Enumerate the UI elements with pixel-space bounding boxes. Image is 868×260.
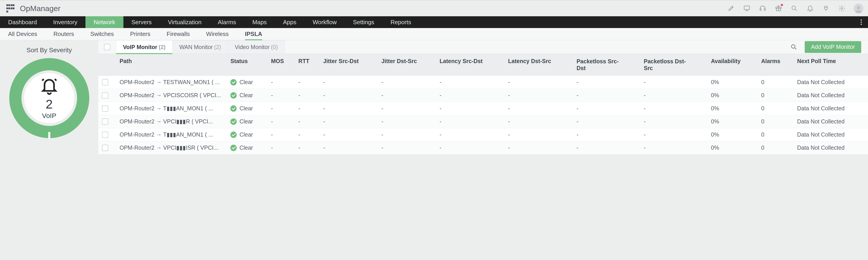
tab-wan-monitor[interactable]: WAN Monitor (2) — [172, 40, 228, 54]
status-clear-icon — [230, 118, 237, 125]
nav-item-virtualization[interactable]: Virtualization — [160, 16, 210, 28]
col-packetloss-dst-src[interactable]: Packetloss Dst-Src — [640, 54, 707, 76]
table-row[interactable]: OPM-Router2 → T▮▮▮AN_MON1 ( ...Clear----… — [98, 102, 868, 115]
cell-pds: - — [640, 76, 707, 89]
table-row[interactable]: OPM-Router2 → TESTWAN_MON1 ( ...Clear---… — [98, 76, 868, 89]
svg-point-7 — [857, 6, 860, 9]
subnav-item-routers[interactable]: Routers — [45, 28, 82, 40]
col-latency-src-dst[interactable]: Latency Src-Dst — [436, 54, 504, 76]
table-search-icon[interactable] — [789, 42, 799, 52]
col-jitter-src-dst[interactable]: Jitter Src-Dst — [320, 54, 378, 76]
cell-rtt: - — [295, 89, 320, 102]
cell-avail: 0% — [707, 76, 757, 89]
subnav-item-printers[interactable]: Printers — [122, 28, 159, 40]
status-text: Clear — [239, 92, 253, 98]
row-checkbox[interactable] — [102, 92, 108, 98]
nav-item-apps[interactable]: Apps — [275, 16, 305, 28]
headset-icon[interactable] — [758, 4, 767, 12]
nav-item-settings[interactable]: Settings — [345, 16, 382, 28]
table-row[interactable]: OPM-Router2 → VPCISCOISR ( VPCI...Clear-… — [98, 89, 868, 102]
cell-jsd: - — [320, 141, 378, 154]
monitor-tabbar: VoIP Monitor (2)WAN Monitor (2)Video Mon… — [98, 40, 868, 54]
nav-item-maps[interactable]: Maps — [244, 16, 275, 28]
col-mos[interactable]: MOS — [268, 54, 295, 76]
cell-alarms: 0 — [757, 141, 794, 154]
cell-alarms: 0 — [757, 115, 794, 128]
cell-psd: - — [573, 128, 640, 141]
presentation-icon[interactable] — [743, 4, 751, 12]
add-voip-monitor-button[interactable]: Add VoIP Monitor — [805, 41, 861, 53]
col-rtt[interactable]: RTT — [295, 54, 320, 76]
cell-status: Clear — [227, 102, 267, 115]
tab-count: (2) — [214, 44, 221, 51]
cell-rtt: - — [295, 102, 320, 115]
gear-icon[interactable] — [838, 4, 846, 12]
col-next-poll-time[interactable]: Next Poll Time — [794, 54, 868, 76]
severity-count: 2 — [46, 98, 53, 111]
cell-lds: - — [504, 128, 573, 141]
search-icon[interactable] — [790, 4, 798, 12]
col-packetloss-src-dst[interactable]: Packetloss Src-Dst — [573, 54, 640, 76]
cell-lsd: - — [436, 76, 504, 89]
row-checkbox[interactable] — [102, 105, 108, 112]
subnav-item-ipsla[interactable]: IPSLA — [237, 28, 271, 40]
col-jitter-dst-src[interactable]: Jitter Dst-Src — [378, 54, 436, 76]
subnav-item-firewalls[interactable]: Firewalls — [158, 28, 198, 40]
gift-icon[interactable] — [774, 4, 782, 12]
cell-lds: - — [504, 115, 573, 128]
cell-avail: 0% — [707, 102, 757, 115]
cell-jsd: - — [320, 89, 378, 102]
col-latency-dst-src[interactable]: Latency Dst-Src — [504, 54, 573, 76]
svg-rect-2 — [764, 8, 765, 10]
subnav-item-switches[interactable]: Switches — [82, 28, 122, 40]
nav-item-reports[interactable]: Reports — [382, 16, 419, 28]
severity-donut[interactable]: 2 VoIP — [8, 57, 90, 139]
subnav-item-wireless[interactable]: Wireless — [198, 28, 237, 40]
select-all-checkbox[interactable] — [104, 44, 110, 50]
bell-icon[interactable] — [806, 4, 814, 12]
col-path[interactable]: Path — [116, 54, 227, 76]
cell-lds: - — [504, 89, 573, 102]
subnav-item-all-devices[interactable]: All Devices — [0, 28, 45, 40]
nav-item-workflow[interactable]: Workflow — [305, 16, 345, 28]
tab-count: (2) — [159, 44, 166, 51]
cell-next: Data Not Collected — [794, 115, 868, 128]
nav-item-servers[interactable]: Servers — [123, 16, 160, 28]
tab-video-monitor[interactable]: Video Monitor (0) — [228, 40, 285, 54]
table-row[interactable]: OPM-Router2 → VPCI▮▮▮R ( VPCI...Clear---… — [98, 115, 868, 128]
apps-launcher-icon[interactable] — [6, 4, 14, 12]
col-availability[interactable]: Availability — [707, 54, 757, 76]
cell-jds: - — [378, 76, 436, 89]
svg-point-9 — [861, 22, 862, 23]
nav-overflow-icon[interactable] — [855, 16, 868, 28]
rocket-icon[interactable] — [727, 4, 735, 12]
cell-mos: - — [268, 128, 295, 141]
cell-pds: - — [640, 128, 707, 141]
cell-next: Data Not Collected — [794, 141, 868, 154]
row-checkbox[interactable] — [102, 79, 108, 85]
status-text: Clear — [239, 144, 253, 151]
status-clear-icon — [230, 145, 237, 151]
cell-pds: - — [640, 89, 707, 102]
cell-jsd: - — [320, 76, 378, 89]
nav-item-alarms[interactable]: Alarms — [210, 16, 244, 28]
severity-label: VoIP — [42, 112, 56, 120]
col-alarms[interactable]: Alarms — [757, 54, 794, 76]
col-status[interactable]: Status — [227, 54, 267, 76]
cell-rtt: - — [295, 141, 320, 154]
row-checkbox[interactable] — [102, 132, 108, 138]
user-avatar[interactable] — [854, 3, 864, 13]
cell-mos: - — [268, 102, 295, 115]
cell-jds: - — [378, 128, 436, 141]
tab-label: Video Monitor — [235, 44, 270, 51]
nav-item-network[interactable]: Network — [86, 16, 123, 28]
tab-voip-monitor[interactable]: VoIP Monitor (2) — [116, 40, 173, 54]
cell-lsd: - — [436, 115, 504, 128]
row-checkbox[interactable] — [102, 118, 108, 125]
nav-item-inventory[interactable]: Inventory — [45, 16, 86, 28]
table-row[interactable]: OPM-Router2 → T▮▮▮AN_MON1 ( ...Clear----… — [98, 128, 868, 141]
row-checkbox[interactable] — [102, 145, 108, 151]
nav-item-dashboard[interactable]: Dashboard — [0, 16, 45, 28]
table-row[interactable]: OPM-Router2 → VPCI▮▮▮ISR ( VPCI...Clear-… — [98, 141, 868, 154]
plug-icon[interactable] — [822, 4, 830, 12]
